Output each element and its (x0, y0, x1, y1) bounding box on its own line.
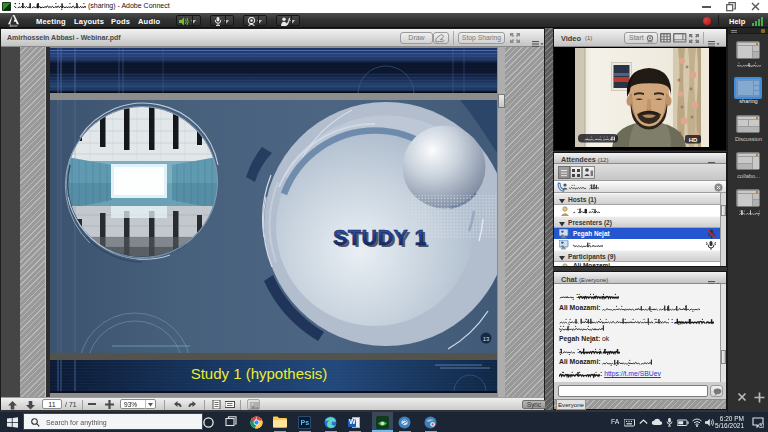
svg-text:HD: HD (689, 137, 698, 143)
svg-text:Study 1 (hypothesis): Study 1 (hypothesis) (191, 365, 328, 382)
svg-text:Adobe: Adobe (9, 24, 18, 27)
svg-text:13: 13 (483, 336, 490, 342)
svg-text:STUDY 1: STUDY 1 (333, 226, 427, 250)
